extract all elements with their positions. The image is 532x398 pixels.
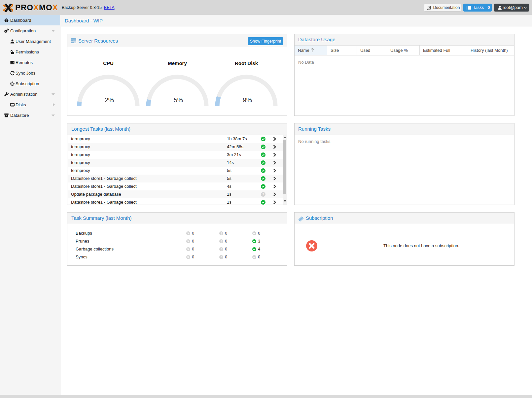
svg-text:?: ? — [262, 192, 264, 196]
